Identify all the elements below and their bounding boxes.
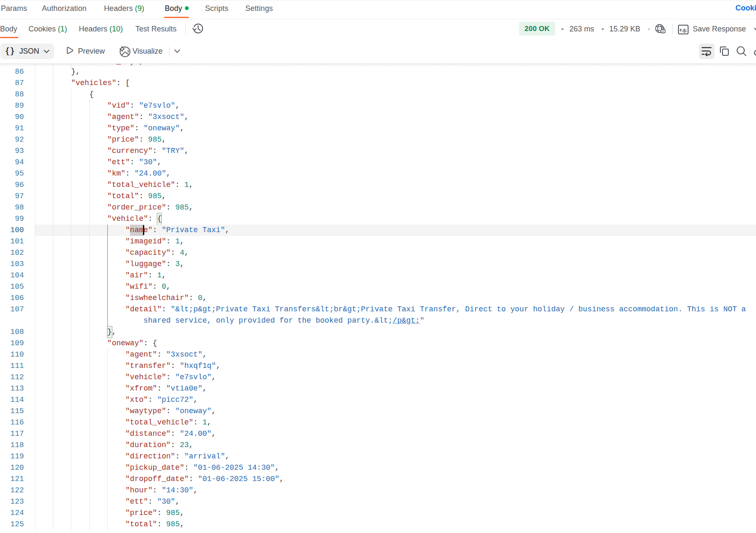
svg-text:e.g.: e.g.: [680, 27, 687, 33]
